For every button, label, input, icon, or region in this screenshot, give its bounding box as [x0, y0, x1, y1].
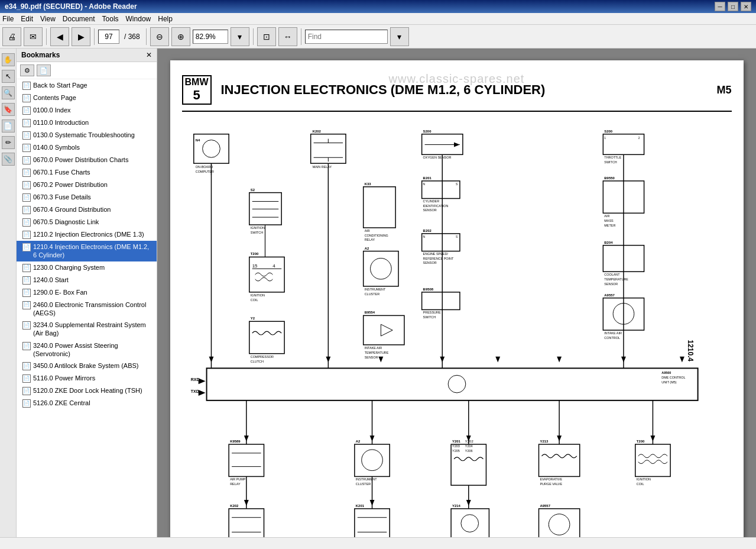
page-number-input[interactable]: 97	[98, 30, 119, 44]
find-input[interactable]	[305, 30, 388, 44]
maximize-button[interactable]: □	[728, 2, 738, 11]
bookmark-label-19: 3240.0 Power Assist Steering (Servotroni…	[33, 341, 153, 359]
bookmark-item-16[interactable]: 📄1290.0 E- Box Fan	[17, 286, 157, 299]
svg-text:ON-BOARD: ON-BOARD	[195, 165, 212, 169]
bookmark-item-3[interactable]: 📄0110.0 Introduction	[17, 117, 157, 129]
bookmark-label-2: 0100.0 Index	[33, 106, 153, 114]
bookmark-item-13[interactable]: 📄1210.4 Injection Electronics (DME M1.2,…	[17, 241, 157, 261]
bookmark-icon-16: 📄	[22, 289, 31, 297]
zoom-out-button[interactable]: ⊖	[150, 27, 169, 46]
bookmark-item-20[interactable]: 📄3450.0 Antilock Brake System (ABS)	[17, 360, 157, 372]
bookmark-item-19[interactable]: 📄3240.0 Power Assist Steering (Servotron…	[17, 340, 157, 360]
menu-help[interactable]: Help	[158, 15, 173, 23]
menu-view[interactable]: View	[40, 15, 56, 23]
bookmark-item-23[interactable]: 📄5126.0 ZKE Central	[17, 397, 157, 409]
zoom-tool-icon[interactable]: 🔍	[2, 86, 15, 99]
fit-width-button[interactable]: ↔	[278, 27, 297, 46]
sidebar-new-button[interactable]: 📄	[37, 64, 51, 76]
window-title: e34_90.pdf (SECURED) - Adobe Reader	[5, 2, 137, 11]
zoom-dropdown[interactable]: ▾	[231, 27, 249, 46]
svg-marker-164	[369, 435, 374, 441]
bookmark-item-11[interactable]: 📄0670.5 Diagnostic Link	[17, 216, 157, 228]
svg-rect-99	[229, 444, 264, 476]
svg-text:COMPRESSOR: COMPRESSOR	[250, 355, 273, 359]
svg-text:MAIN RELAY: MAIN RELAY	[312, 165, 332, 169]
svg-text:B202: B202	[423, 229, 431, 232]
bookmark-item-22[interactable]: 📄5120.0 ZKE Door Lock Heating (TSH)	[17, 385, 157, 397]
svg-text:IGNITION: IGNITION	[250, 293, 264, 297]
menu-file[interactable]: File	[2, 15, 14, 23]
minimize-button[interactable]: ─	[715, 2, 725, 11]
bookmark-item-14[interactable]: 📄1230.0 Charging System	[17, 261, 157, 274]
attach-icon[interactable]: 📎	[2, 153, 15, 166]
bookmark-item-5[interactable]: 📄0140.0 Symbols	[17, 141, 157, 154]
bookmark-item-1[interactable]: 📄Contents Page	[17, 92, 157, 104]
svg-text:A2: A2	[364, 247, 369, 250]
window-controls: ─ □ ✕	[715, 2, 751, 11]
svg-marker-154	[495, 357, 500, 363]
bookmark-item-9[interactable]: 📄0670.3 Fuse Details	[17, 191, 157, 204]
svg-text:K202: K202	[312, 130, 321, 133]
bookmark-item-6[interactable]: 📄0670.0 Power Distribution Charts	[17, 154, 157, 166]
pdf-area[interactable]: www.classic-spares.net BMW 5 INJECTION E…	[157, 49, 756, 537]
svg-marker-156	[621, 357, 626, 363]
bookmark-item-17[interactable]: 📄2460.0 Electronic Transmission Control …	[17, 299, 157, 319]
forward-button[interactable]: ▶	[72, 27, 90, 46]
print-button[interactable]: 🖨	[2, 27, 21, 46]
sidebar-close-button[interactable]: ✕	[146, 51, 152, 59]
svg-text:N: N	[423, 183, 425, 186]
hand-tool-icon[interactable]: ✋	[2, 53, 15, 66]
bmw-label: BMW	[185, 77, 209, 88]
svg-text:2: 2	[638, 137, 640, 140]
back-button[interactable]: ◀	[50, 27, 69, 46]
bookmark-item-0[interactable]: 📄Back to Start Page	[17, 79, 157, 92]
close-button[interactable]: ✕	[741, 2, 751, 11]
svg-rect-75	[363, 315, 404, 344]
svg-text:1: 1	[604, 137, 606, 140]
main-area: ✋ ↖ 🔍 🔖 📄 ✏ 📎 Bookmarks ✕ ⚙ 📄 📄Back to S…	[0, 49, 756, 537]
svg-text:THROTTLE: THROTTLE	[604, 156, 621, 159]
menu-tools[interactable]: Tools	[102, 15, 119, 23]
fit-page-button[interactable]: ⊡	[257, 27, 276, 46]
bookmark-list: 📄Back to Start Page📄Contents Page📄0100.0…	[17, 79, 157, 537]
bookmark-label-1: Contents Page	[33, 93, 153, 102]
bookmark-item-7[interactable]: 📄0670.1 Fuse Charts	[17, 166, 157, 179]
bookmark-label-4: 0130.0 Systematic Troubleshooting	[33, 131, 153, 139]
bookmark-item-12[interactable]: 📄1210.2 Injection Electronics (DME 1.3)	[17, 228, 157, 241]
svg-text:K33: K33	[364, 182, 371, 186]
zoom-input[interactable]: 82.9%	[193, 30, 228, 44]
menu-document[interactable]: Document	[63, 15, 95, 23]
svg-rect-81	[421, 292, 459, 310]
svg-text:Y214: Y214	[452, 504, 461, 508]
bookmark-item-15[interactable]: 📄1240.0 Start	[17, 274, 157, 286]
bookmark-item-10[interactable]: 📄0670.4 Ground Distribution	[17, 204, 157, 216]
bookmark-icon-13: 📄	[22, 243, 31, 251]
select-tool-icon[interactable]: ↖	[2, 70, 15, 83]
menu-window[interactable]: Window	[126, 15, 151, 23]
svg-point-55	[370, 258, 391, 279]
toolbar: 🖨 ✉ ◀ ▶ 97 / 368 ⊖ ⊕ 82.9% ▾ ⊡ ↔ ▾	[0, 25, 756, 49]
pages-panel-icon[interactable]: 📄	[2, 120, 15, 133]
sidebar-options-button[interactable]: ⚙	[20, 64, 34, 76]
menu-edit[interactable]: Edit	[21, 15, 33, 23]
bookmark-icon-15: 📄	[22, 276, 31, 285]
email-button[interactable]: ✉	[24, 27, 43, 46]
bookmark-label-9: 0670.3 Fuse Details	[33, 193, 153, 201]
bookmark-item-21[interactable]: 📄5116.0 Power Mirrors	[17, 372, 157, 385]
svg-text:EVAPORATIVE: EVAPORATIVE	[540, 477, 562, 481]
svg-text:IGNITION: IGNITION	[250, 226, 264, 230]
svg-marker-150	[209, 357, 213, 363]
bookmark-item-18[interactable]: 📄3234.0 Supplemental Restraint System (A…	[17, 319, 157, 340]
bookmarks-panel-icon[interactable]: 🔖	[2, 103, 15, 116]
svg-text:ENGINE SPEED/: ENGINE SPEED/	[423, 252, 448, 256]
find-dropdown[interactable]: ▾	[390, 27, 409, 46]
bookmark-item-8[interactable]: 📄0670.2 Power Distribution	[17, 179, 157, 191]
signature-icon[interactable]: ✏	[2, 136, 15, 149]
svg-marker-152	[378, 357, 383, 363]
bookmark-item-2[interactable]: 📄0100.0 Index	[17, 104, 157, 117]
bookmark-item-4[interactable]: 📄0130.0 Systematic Troubleshooting	[17, 129, 157, 141]
bookmark-icon-18: 📄	[22, 321, 31, 330]
svg-text:Y204: Y204	[465, 444, 472, 448]
svg-text:B204: B204	[604, 241, 613, 244]
zoom-in-button[interactable]: ⊕	[171, 27, 190, 46]
